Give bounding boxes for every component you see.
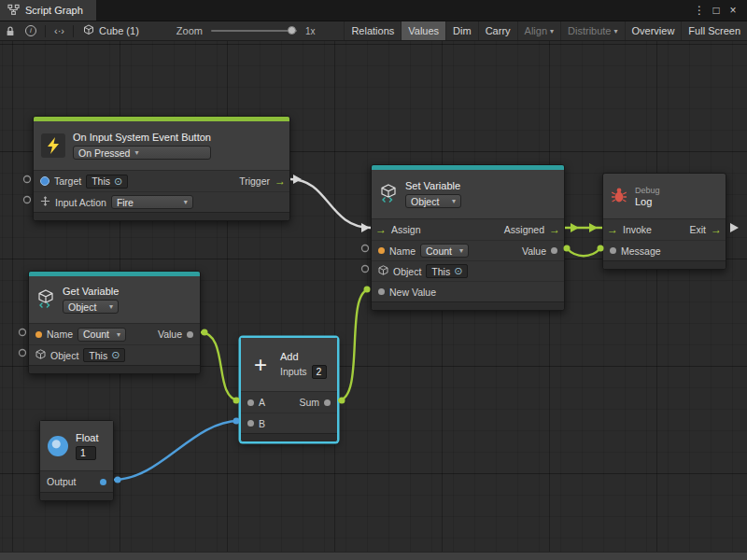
- node-on-input-system-event-button[interactable]: On Input System Event Button On Pressed …: [33, 116, 290, 221]
- trigger-flow-port[interactable]: →: [275, 175, 286, 187]
- lock-icon[interactable]: [0, 25, 21, 37]
- node-category: Debug: [635, 186, 660, 195]
- object-picker[interactable]: This ⊙: [426, 264, 468, 278]
- graph-owner-label: Cube (1): [99, 25, 139, 36]
- port-row-name: Name Count ▾ Value: [372, 240, 564, 260]
- variable-cube-icon: [379, 184, 398, 204]
- port-row-output: Output: [40, 471, 113, 492]
- output-port[interactable]: [100, 479, 106, 485]
- event-mode-dropdown[interactable]: On Pressed ▾: [73, 146, 211, 160]
- variable-name-dropdown[interactable]: Count ▾: [78, 328, 126, 342]
- zoom-slider-handle[interactable]: [288, 26, 296, 35]
- overview-button[interactable]: Overview: [625, 21, 682, 40]
- info-icon[interactable]: i: [21, 25, 41, 36]
- window-menu-icon[interactable]: ⋮: [691, 4, 708, 17]
- values-label: Values: [408, 25, 439, 36]
- sum-output-port[interactable]: [324, 399, 331, 406]
- inputs-count-field[interactable]: 2: [312, 365, 327, 379]
- assigned-flow-port[interactable]: →: [549, 224, 560, 235]
- node-title: Get Variable: [63, 286, 119, 297]
- info-glyph: i: [25, 25, 36, 36]
- b-input-port[interactable]: [247, 420, 254, 427]
- zoom-slider[interactable]: [211, 30, 297, 32]
- overview-label: Overview: [632, 25, 675, 36]
- node-body: Target This ⊙ Trigger → Input Action Fir…: [34, 170, 289, 212]
- a-input-port[interactable]: [247, 399, 254, 406]
- close-icon[interactable]: ×: [725, 4, 741, 17]
- name-label: Name: [47, 329, 73, 340]
- port-row-target: Target This ⊙ Trigger →: [34, 171, 289, 191]
- port-row-message: Message: [603, 240, 726, 260]
- exit-flow-port[interactable]: →: [711, 224, 722, 235]
- message-input-port[interactable]: [610, 247, 616, 254]
- node-set-variable[interactable]: Set Variable Object ▾ → Assign Assigned …: [371, 164, 565, 311]
- sum-label: Sum: [299, 397, 319, 408]
- maximize-icon[interactable]: □: [708, 4, 725, 17]
- fullscreen-button[interactable]: Full Screen: [681, 21, 747, 40]
- relations-label: Relations: [351, 25, 394, 36]
- distribute-button[interactable]: Distribute ▾: [560, 21, 624, 40]
- align-button[interactable]: Align ▾: [517, 21, 560, 40]
- node-header: Debug Log: [603, 174, 726, 218]
- value-output-port[interactable]: [551, 247, 557, 254]
- caret-down-icon: ▾: [459, 246, 463, 255]
- node-footer: [372, 301, 564, 310]
- name-input-port[interactable]: [35, 331, 42, 338]
- target-object-picker[interactable]: This ⊙: [86, 175, 128, 189]
- dim-button[interactable]: Dim: [445, 21, 478, 40]
- node-debug-log[interactable]: Debug Log → Invoke Exit → Message: [602, 173, 726, 270]
- object-label: Object: [393, 266, 421, 277]
- node-header: Float 1: [40, 421, 113, 470]
- input-action-icon: [40, 196, 50, 208]
- output-label: Output: [47, 476, 77, 487]
- name-input-port[interactable]: [378, 247, 385, 254]
- align-label: Align: [525, 25, 547, 36]
- toolbar-separator: [73, 25, 74, 37]
- node-title: Add: [280, 351, 327, 362]
- graph-owner-chip[interactable]: Cube (1): [78, 24, 145, 37]
- carry-button[interactable]: Carry: [478, 21, 517, 40]
- variable-scope-value: Object: [411, 196, 439, 207]
- variable-name-dropdown[interactable]: Count ▾: [420, 244, 469, 258]
- node-float[interactable]: Float 1 Output: [39, 420, 114, 501]
- bottom-strip: [0, 552, 747, 560]
- a-label: A: [259, 397, 265, 408]
- object-picker[interactable]: This ⊙: [83, 348, 125, 362]
- port-row-new-value: New Value: [372, 281, 564, 301]
- input-action-dropdown[interactable]: Fire ▾: [111, 195, 193, 209]
- variable-scope-dropdown[interactable]: Object ▾: [63, 300, 119, 314]
- port-row-object: Object This ⊙: [372, 260, 564, 281]
- new-value-input-port[interactable]: [378, 288, 385, 295]
- object-label: Object: [50, 350, 78, 361]
- node-body: Output: [40, 470, 113, 492]
- tab-script-graph[interactable]: Script Graph: [0, 0, 96, 21]
- value-label: Value: [158, 329, 182, 340]
- node-get-variable[interactable]: Get Variable Object ▾ Name Count ▾ Value: [28, 271, 201, 374]
- carry-label: Carry: [486, 25, 511, 36]
- fullscreen-label: Full Screen: [688, 25, 740, 36]
- distribute-label: Distribute: [568, 25, 611, 36]
- object-picker-icon: ⊙: [114, 176, 122, 187]
- relations-button[interactable]: Relations: [344, 21, 401, 40]
- invoke-flow-port[interactable]: →: [607, 224, 618, 235]
- target-label: Target: [54, 175, 81, 187]
- window-controls: ⋮ □ ×: [691, 0, 747, 21]
- event-mode-value: On Pressed: [78, 147, 130, 159]
- caret-down-icon: ▾: [614, 27, 618, 35]
- assign-flow-port[interactable]: →: [375, 224, 387, 235]
- variable-name-value: Count: [426, 245, 452, 257]
- node-add[interactable]: + Add Inputs 2 A Sum B: [240, 337, 338, 442]
- object-cube-icon: [378, 265, 388, 277]
- value-output-port[interactable]: [187, 331, 193, 338]
- assigned-label: Assigned: [504, 224, 544, 235]
- code-view-icon[interactable]: ‹·›: [49, 25, 69, 36]
- object-picker-icon: ⊙: [111, 350, 120, 360]
- caret-down-icon: ▾: [134, 148, 138, 157]
- variable-scope-dropdown[interactable]: Object ▾: [405, 194, 461, 208]
- node-footer: [29, 365, 200, 373]
- assign-label: Assign: [391, 224, 421, 235]
- values-button[interactable]: Values: [401, 21, 445, 40]
- node-header: On Input System Event Button On Pressed …: [34, 121, 289, 170]
- node-title: On Input System Event Button: [73, 132, 211, 143]
- float-value-field[interactable]: 1: [76, 446, 96, 460]
